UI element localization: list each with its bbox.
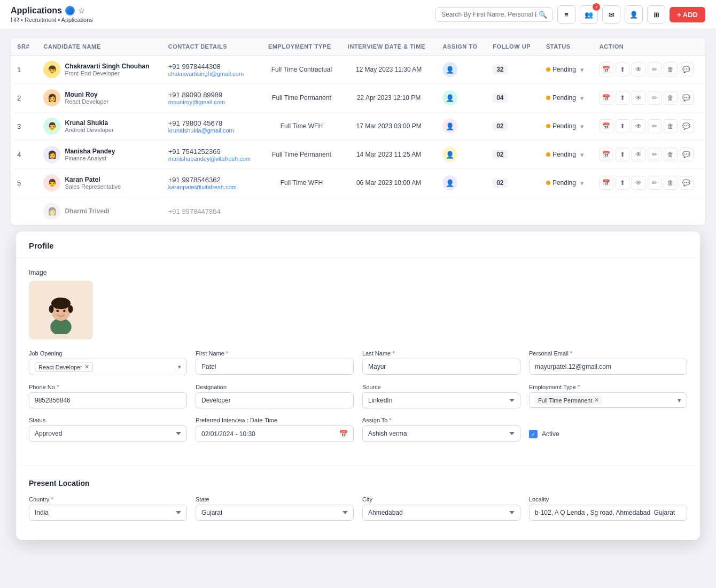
personal-email-input[interactable]	[529, 359, 687, 375]
status-select[interactable]: Approved Pending Rejected	[29, 425, 187, 442]
country-select[interactable]: India	[29, 505, 187, 521]
star-icon[interactable]: ☆	[78, 6, 85, 15]
people-button[interactable]: 👥 7	[580, 5, 598, 24]
action-eye-3[interactable]: 👁	[632, 119, 645, 133]
action-delete-5[interactable]: 🗑	[664, 176, 678, 190]
pref-interview-field[interactable]: 02/01/2024 - 10:30 📅	[196, 425, 354, 442]
action-5: 📅 ⬆ 👁 ✏ 🗑 💬	[593, 169, 705, 197]
sr-2: 2	[11, 84, 37, 112]
action-delete-1[interactable]: 🗑	[664, 63, 678, 76]
job-tag-close[interactable]: ✕	[84, 363, 89, 370]
job-opening-field[interactable]: React Developer ✕ ▾	[29, 359, 187, 375]
section-divider	[16, 466, 700, 466]
location-section: Present Location Country * India State G…	[16, 470, 700, 540]
grid-icon: ⊞	[653, 11, 659, 19]
phone-input[interactable]	[29, 392, 187, 408]
action-eye-5[interactable]: 👁	[632, 176, 645, 190]
action-calendar-3[interactable]: 📅	[600, 119, 613, 133]
emp-type-field[interactable]: Full Time Permanent ✕ ▾	[529, 392, 687, 408]
role-5: Sales Representative	[65, 183, 121, 190]
action-upload-1[interactable]: ⬆	[616, 63, 629, 76]
assign-avatar-1: 👤	[442, 62, 457, 77]
action-delete-3[interactable]: 🗑	[664, 119, 678, 133]
action-calendar-2[interactable]: 📅	[600, 91, 613, 105]
action-eye-1[interactable]: 👁	[632, 63, 645, 76]
table-row: 1 👦 Chakravarti Singh Chouhan Front-End …	[11, 56, 705, 84]
first-name-input[interactable]	[196, 359, 354, 375]
action-upload-5[interactable]: ⬆	[616, 176, 629, 190]
action-edit-4[interactable]: ✏	[648, 148, 661, 161]
followup-5: 02	[486, 169, 540, 197]
col-sr: SR#	[11, 38, 37, 56]
table-row: 3 👨 Krunal Shukla Android Developer +91 …	[11, 112, 705, 141]
col-status: STATUS	[540, 38, 593, 56]
status-group: Status Approved Pending Rejected	[29, 417, 187, 442]
action-calendar-4[interactable]: 📅	[600, 148, 613, 161]
action-eye-4[interactable]: 👁	[632, 148, 645, 161]
action-upload-3[interactable]: ⬆	[616, 119, 629, 133]
action-edit-1[interactable]: ✏	[648, 63, 661, 76]
status-chevron-5: ▾	[580, 179, 584, 187]
action-calendar-1[interactable]: 📅	[600, 63, 613, 76]
mail-button[interactable]: ✉	[602, 5, 620, 24]
action-delete-4[interactable]: 🗑	[664, 148, 678, 161]
col-interview: INTERVIEW DATE & TIME	[341, 38, 437, 56]
action-calendar-5[interactable]: 📅	[600, 176, 613, 190]
search-box[interactable]: 🔍	[435, 7, 553, 22]
calendar-icon[interactable]: 📅	[339, 430, 348, 438]
action-eye-2[interactable]: 👁	[632, 91, 645, 105]
phone-group: Phone No *	[29, 384, 187, 408]
city-select[interactable]: Ahmedabad	[362, 505, 520, 521]
last-name-input[interactable]	[362, 359, 520, 375]
action-msg-3[interactable]: 💬	[680, 119, 694, 133]
contact-3: +91 79800 45678 krunalshukla@gmail.com	[162, 112, 262, 141]
profile-avatar-svg	[37, 286, 85, 334]
locality-input[interactable]	[529, 505, 687, 521]
sr-3: 3	[11, 112, 37, 141]
designation-input[interactable]	[196, 392, 354, 408]
source-select[interactable]: LinkedIn Indeed	[362, 392, 520, 408]
add-button[interactable]: + ADD	[670, 7, 705, 22]
users-button[interactable]: 👤	[625, 5, 643, 24]
phone-6: +91 9978447854	[168, 207, 255, 215]
action-upload-4[interactable]: ⬆	[616, 148, 629, 161]
emp-type-5: Full Time WFH	[262, 169, 341, 197]
status-chevron-2: ▾	[580, 94, 584, 102]
action-3: 📅 ⬆ 👁 ✏ 🗑 💬	[593, 112, 705, 141]
last-name-group: Last Name *	[362, 350, 520, 375]
action-msg-2[interactable]: 💬	[680, 91, 694, 105]
form-row-1: Job Opening React Developer ✕ ▾ First Na…	[29, 350, 687, 375]
followup-1: 32	[486, 56, 540, 84]
assign-4: 👤	[436, 141, 486, 169]
candidate-5: 👨 Karan Patel Sales Representative	[37, 169, 161, 197]
action-upload-2[interactable]: ⬆	[616, 91, 629, 105]
action-msg-1[interactable]: 💬	[680, 63, 694, 76]
assign-avatar-2: 👤	[442, 90, 457, 105]
avatar-2: 👩	[43, 89, 60, 106]
svg-point-6	[68, 305, 73, 313]
filter-button[interactable]: ≡	[557, 5, 575, 24]
designation-group: Designation	[196, 384, 354, 408]
role-3: Android Developer	[65, 127, 113, 133]
action-edit-2[interactable]: ✏	[648, 91, 661, 105]
assign-to-label: Assign To *	[362, 417, 520, 423]
followup-3: 02	[486, 112, 540, 141]
assign-avatar-3: 👤	[442, 119, 457, 134]
status-2: Pending ▾	[540, 84, 593, 112]
col-assign: ASSIGN TO	[436, 38, 486, 56]
emp-tag-close[interactable]: ✕	[594, 397, 599, 404]
contact-2: +91 89090 89989 mouniroy@gmail.com	[162, 84, 262, 112]
assign-to-select[interactable]: Ashish verma	[362, 425, 520, 442]
action-edit-5[interactable]: ✏	[648, 176, 661, 190]
grid-button[interactable]: ⊞	[647, 5, 665, 24]
action-delete-2[interactable]: 🗑	[664, 91, 678, 105]
action-msg-5[interactable]: 💬	[680, 176, 694, 190]
col-candidate: CANDIDATE NAME	[37, 38, 161, 56]
action-msg-4[interactable]: 💬	[680, 148, 694, 161]
action-edit-3[interactable]: ✏	[648, 119, 661, 133]
status-dot-5	[546, 181, 550, 185]
active-checkbox[interactable]	[529, 430, 538, 438]
profile-avatar-box	[29, 281, 93, 339]
search-input[interactable]	[441, 11, 536, 18]
state-select[interactable]: Gujarat	[196, 505, 354, 521]
